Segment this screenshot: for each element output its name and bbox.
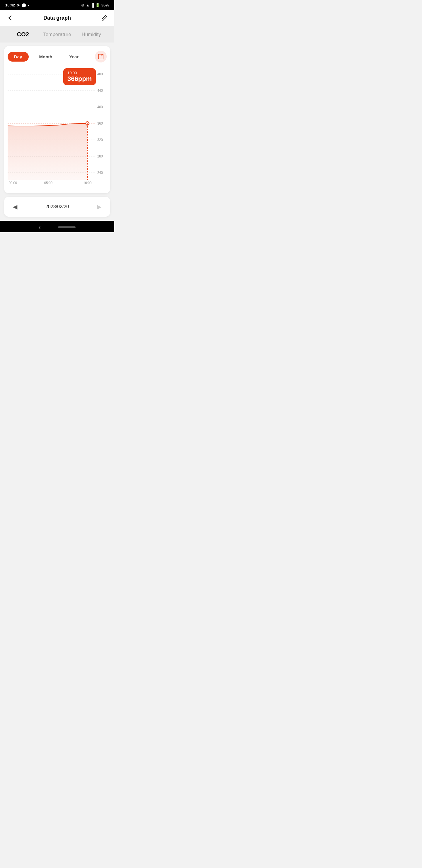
period-row: Day Month Year (8, 51, 107, 62)
tab-temperature[interactable]: Temperature (40, 32, 74, 37)
period-year-button[interactable]: Year (63, 52, 85, 62)
svg-text:240: 240 (97, 170, 103, 175)
date-nav: ◀ 2023/02/20 ▶ (4, 197, 110, 217)
chart-area[interactable]: 10:00 366ppm 480 440 400 3 (8, 65, 107, 189)
location-icon: ➤ (17, 3, 20, 7)
home-pill[interactable] (58, 226, 75, 228)
bottom-bar: ‹ (0, 221, 114, 232)
svg-text:10:00: 10:00 (83, 181, 92, 185)
tab-co2[interactable]: CO2 (6, 31, 40, 38)
time-display: 10:42 (5, 3, 15, 7)
battery-icon: 🔋 (95, 3, 100, 7)
period-day-button[interactable]: Day (8, 52, 29, 62)
status-bar: 10:42 ➤ ⬤ • ⊕ ▲ ▐ 🔋 36% (0, 0, 114, 10)
top-nav: Data graph (0, 10, 114, 26)
chart-svg: 480 440 400 360 320 280 240 00:00 05:00 … (8, 65, 107, 189)
system-back-button[interactable]: ‹ (39, 224, 41, 230)
signal-icon: ▐ (91, 3, 94, 7)
svg-text:400: 400 (97, 105, 103, 109)
svg-text:00:00: 00:00 (9, 181, 17, 185)
svg-text:280: 280 (97, 154, 103, 158)
svg-text:05:00: 05:00 (44, 181, 53, 185)
expand-button[interactable] (95, 51, 107, 62)
plus-circle-icon: ⊕ (81, 3, 85, 7)
period-month-button[interactable]: Month (33, 52, 59, 62)
svg-text:480: 480 (97, 72, 103, 76)
status-right: ⊕ ▲ ▐ 🔋 36% (81, 3, 109, 7)
next-date-button[interactable]: ▶ (94, 202, 104, 211)
facebook-icon: ⬤ (22, 3, 26, 7)
chart-card: Day Month Year 10:00 366ppm (4, 46, 110, 193)
tab-humidity[interactable]: Humidity (74, 32, 108, 37)
current-date: 2023/02/20 (45, 204, 69, 209)
page-title: Data graph (43, 15, 71, 21)
status-left: 10:42 ➤ ⬤ • (5, 3, 29, 7)
tab-bar: CO2 Temperature Humidity (0, 26, 114, 42)
svg-text:360: 360 (97, 121, 103, 125)
svg-line-1 (101, 55, 103, 57)
svg-marker-16 (8, 123, 87, 180)
edit-button[interactable] (100, 14, 108, 22)
dot-icon: • (28, 3, 29, 7)
svg-text:320: 320 (97, 138, 103, 142)
battery-percent: 36% (101, 3, 109, 7)
svg-text:440: 440 (97, 89, 103, 92)
wifi-icon: ▲ (86, 3, 90, 7)
prev-date-button[interactable]: ◀ (10, 202, 20, 211)
back-button[interactable] (6, 14, 14, 22)
